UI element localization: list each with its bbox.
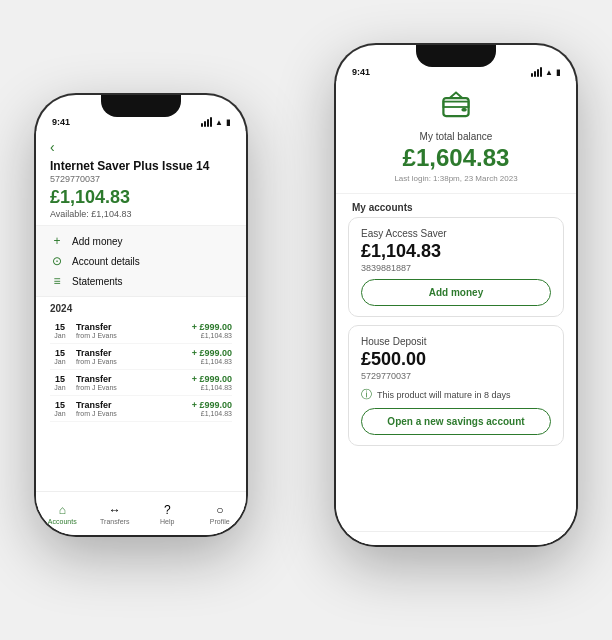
left-notch	[101, 95, 181, 117]
wallet-icon	[436, 87, 476, 127]
phone-right: 9:41 ▲ ▮	[336, 45, 576, 545]
total-balance: £1,604.83	[352, 144, 560, 172]
battery-icon: ▮	[226, 118, 230, 127]
tx-date-4: 15 Jan	[50, 400, 70, 417]
left-actions: + Add money ⊙ Account details ≡ Statemen…	[36, 226, 246, 297]
right-screen: My total balance £1,604.83 Last login: 1…	[336, 81, 576, 545]
right-time: 9:41	[352, 67, 370, 77]
tx-desc-4: Transfer from J Evans	[76, 400, 186, 417]
table-row: 15 Jan Transfer from J Evans + £999.00 £…	[50, 344, 232, 370]
scene: 9:41 ▲ ▮ ‹ Internet Saver Plus Issue 14 …	[16, 15, 596, 625]
year-label: 2024	[50, 303, 232, 314]
left-bottom-nav: ⌂ Accounts ↔ Transfers ? Help ○ Profile	[36, 491, 246, 535]
phone-left: 9:41 ▲ ▮ ‹ Internet Saver Plus Issue 14 …	[36, 95, 246, 535]
info-icon: ⓘ	[361, 387, 372, 402]
account-number: 5729770037	[50, 174, 232, 184]
right-status-icons: ▲ ▮	[531, 67, 560, 77]
my-accounts-label: My accounts	[336, 194, 576, 217]
tx-date-2: 15 Jan	[50, 348, 70, 365]
left-time: 9:41	[52, 117, 70, 127]
home-icon: ⌂	[59, 503, 66, 517]
details-icon: ⊙	[50, 254, 64, 268]
right-help-icon: ?	[482, 544, 490, 546]
add-money-label: Add money	[72, 236, 123, 247]
account-card-house-deposit: House Deposit £500.00 5729770037 ⓘ This …	[348, 325, 564, 446]
easy-saver-number: 3839881887	[361, 263, 551, 273]
easy-saver-balance: £1,104.83	[361, 241, 551, 262]
house-deposit-type: House Deposit	[361, 336, 551, 347]
right-header: My total balance £1,604.83 Last login: 1…	[336, 81, 576, 194]
right-home-icon: ⌂	[362, 544, 370, 546]
tx-amount-1: + £999.00 £1,104.83	[192, 322, 232, 339]
tx-amount-4: + £999.00 £1,104.83	[192, 400, 232, 417]
transactions-section: 2024 15 Jan Transfer from J Evans + £999…	[36, 297, 246, 491]
right-signal-icon	[531, 67, 542, 77]
add-icon: +	[50, 234, 64, 248]
right-battery-icon: ▮	[556, 68, 560, 77]
tx-desc-2: Transfer from J Evans	[76, 348, 186, 365]
available-balance: Available: £1,104.83	[50, 209, 232, 219]
open-savings-button[interactable]: Open a new savings account	[361, 408, 551, 435]
left-nav-profile[interactable]: ○ Profile	[194, 503, 247, 525]
back-button[interactable]: ‹	[50, 139, 232, 155]
total-label: My total balance	[352, 131, 560, 142]
wifi-icon: ▲	[215, 118, 223, 127]
tx-date-1: 15 Jan	[50, 322, 70, 339]
tx-amount-2: + £999.00 £1,104.83	[192, 348, 232, 365]
right-notch	[416, 45, 496, 67]
mature-notice-text: This product will mature in 8 days	[377, 390, 511, 400]
right-wifi-icon: ▲	[545, 68, 553, 77]
statements-icon: ≡	[50, 274, 64, 288]
account-details-label: Account details	[72, 256, 140, 267]
tx-amount-3: + £999.00 £1,104.83	[192, 374, 232, 391]
easy-saver-type: Easy Access Saver	[361, 228, 551, 239]
left-status-icons: ▲ ▮	[201, 117, 230, 127]
right-transfer-icon: ↔	[419, 544, 433, 546]
mature-notice: ⓘ This product will mature in 8 days	[361, 387, 551, 402]
account-card-easy-saver: Easy Access Saver £1,104.83 3839881887 A…	[348, 217, 564, 317]
account-title: Internet Saver Plus Issue 14	[50, 159, 232, 173]
house-deposit-number: 5729770037	[361, 371, 551, 381]
tx-date-3: 15 Jan	[50, 374, 70, 391]
tx-desc-3: Transfer from J Evans	[76, 374, 186, 391]
right-profile-icon: ○	[542, 544, 550, 546]
table-row: 15 Jan Transfer from J Evans + £999.00 £…	[50, 370, 232, 396]
help-icon: ?	[164, 503, 171, 517]
svg-rect-1	[443, 102, 468, 107]
left-nav-transfers[interactable]: ↔ Transfers	[89, 503, 142, 525]
right-nav-profile[interactable]: ○ Profile	[516, 544, 576, 546]
account-balance: £1,104.83	[50, 187, 232, 208]
right-bottom-nav: ⌂ Accounts ↔ Transfers ? Help ○ Profile	[336, 531, 576, 545]
table-row: 15 Jan Transfer from J Evans + £999.00 £…	[50, 396, 232, 422]
left-nav-help[interactable]: ? Help	[141, 503, 194, 525]
left-header: ‹ Internet Saver Plus Issue 14 572977003…	[36, 131, 246, 226]
svg-rect-2	[461, 108, 466, 112]
add-money-button[interactable]: Add money	[361, 279, 551, 306]
signal-icon	[201, 117, 212, 127]
account-details-action[interactable]: ⊙ Account details	[50, 254, 232, 268]
right-nav-help[interactable]: ? Help	[456, 544, 516, 546]
tx-desc-1: Transfer from J Evans	[76, 322, 186, 339]
right-nav-transfers[interactable]: ↔ Transfers	[396, 544, 456, 546]
table-row: 15 Jan Transfer from J Evans + £999.00 £…	[50, 318, 232, 344]
left-screen: ‹ Internet Saver Plus Issue 14 572977003…	[36, 131, 246, 535]
add-money-action[interactable]: + Add money	[50, 234, 232, 248]
profile-icon: ○	[216, 503, 223, 517]
last-login: Last login: 1:38pm, 23 March 2023	[352, 174, 560, 183]
right-nav-accounts[interactable]: ⌂ Accounts	[336, 544, 396, 546]
statements-label: Statements	[72, 276, 123, 287]
transfer-icon: ↔	[109, 503, 121, 517]
left-nav-accounts[interactable]: ⌂ Accounts	[36, 503, 89, 525]
statements-action[interactable]: ≡ Statements	[50, 274, 232, 288]
house-deposit-balance: £500.00	[361, 349, 551, 370]
